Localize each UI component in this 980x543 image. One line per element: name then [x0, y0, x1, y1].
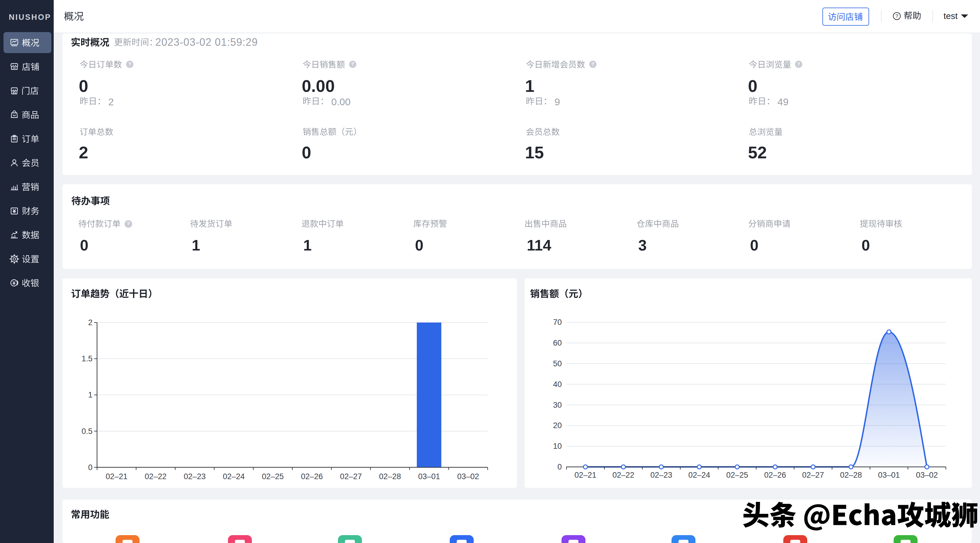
svg-text:?: ?	[128, 62, 131, 67]
svg-text:?: ?	[797, 62, 800, 67]
svg-text:?: ?	[351, 62, 354, 67]
svg-text:?: ?	[127, 221, 130, 226]
svg-text:?: ?	[591, 62, 594, 67]
